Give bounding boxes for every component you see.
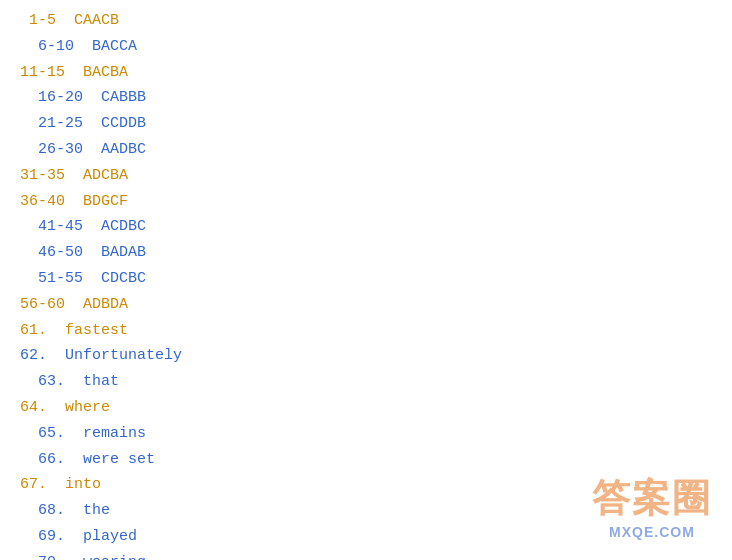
answer-line: 36-40 BDGCF [20, 189, 712, 215]
answer-line: 64. where [20, 395, 712, 421]
answer-line: 63. that [20, 369, 712, 395]
answer-line: 65. remains [20, 421, 712, 447]
answer-line: 16-20 CABBB [20, 85, 712, 111]
answer-line: 62. Unfortunately [20, 343, 712, 369]
answer-line: 56-60 ADBDA [20, 292, 712, 318]
answer-line: 69. played [20, 524, 712, 550]
answer-line: 46-50 BADAB [20, 240, 712, 266]
answer-line: 26-30 AADBC [20, 137, 712, 163]
answer-line: 66. were set [20, 447, 712, 473]
answer-line: 41-45 ACDBC [20, 214, 712, 240]
answer-line: 1-5 CAACB [20, 8, 712, 34]
answer-line: 70. wearing [20, 550, 712, 560]
answer-line: 51-55 CDCBC [20, 266, 712, 292]
answer-line: 61. fastest [20, 318, 712, 344]
answer-line: 31-35 ADCBA [20, 163, 712, 189]
answer-line: 6-10 BACCA [20, 34, 712, 60]
answer-line: 21-25 CCDDB [20, 111, 712, 137]
answer-list: 1-5 CAACB 6-10 BACCA11-15 BACBA 16-20 CA… [0, 0, 732, 560]
answer-line: 67. into [20, 472, 712, 498]
answer-line: 68. the [20, 498, 712, 524]
answer-line: 11-15 BACBA [20, 60, 712, 86]
